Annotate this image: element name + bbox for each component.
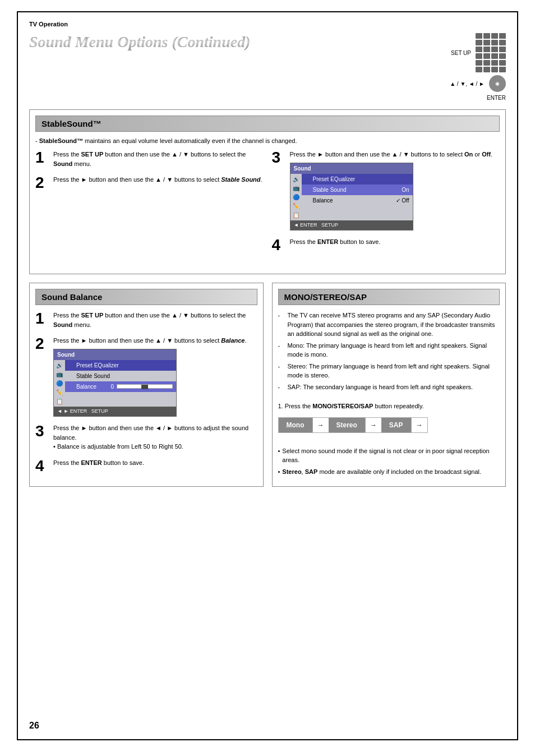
bottom-sections: Sound Balance 1 Press the SET UP button … [29, 283, 506, 495]
balance-step2-text: Press the ► button and then use the ▲ / … [53, 336, 247, 417]
balance-menu-screenshot: Sound 🔊 📺 🔵 ✏️ 📋 Preset [53, 349, 177, 417]
stable-menu-item2: Stable SoundOn [302, 185, 413, 195]
balance-menu-title: Sound [54, 349, 176, 360]
stable-menu-icons: 🔊 📺 🔵 ✏️ 📋 [290, 174, 302, 220]
stable-menu-layout: 🔊 📺 🔵 ✏️ 📋 Preset EQualizer [290, 174, 413, 220]
step2-num: 2 [35, 175, 48, 191]
nav-row: ▲ / ▼, ◄ / ► ◉ [450, 75, 506, 92]
stable-menu-item5 [302, 208, 413, 210]
arrow2: → [366, 418, 381, 432]
balance-step4-num: 4 [35, 458, 48, 474]
bicon3: 🔵 [54, 379, 65, 388]
stable-menu-bottom: ◄ ENTER SETUP [290, 220, 413, 231]
mode-stereo: Stereo [329, 418, 366, 432]
step3-num: 3 [272, 150, 284, 165]
icon2: 📺 [290, 184, 302, 192]
mss-mode-diagram: Mono → Stereo → SAP → [278, 417, 428, 433]
stable-sound-right: 3 Press the ► button and then use the ▲ … [272, 150, 500, 260]
balance-menu-layout: 🔊 📺 🔵 ✏️ 📋 Preset EQualizer [54, 360, 176, 407]
balance-menu-item3: Balance 0 [65, 381, 176, 392]
stable-menu-item3: Balance✓ Off [302, 195, 413, 206]
mode-mono: Mono [279, 418, 313, 432]
stable-sound-header: StableSound™ [35, 116, 500, 132]
balance-step4-text: Press the ENTER button to save. [53, 458, 144, 468]
step1-num: 1 [35, 150, 48, 165]
bicon5: 📋 [54, 397, 65, 405]
mss-instruction: 1. Press the MONO/STEREO/SAP button repe… [278, 402, 500, 412]
step1-text: Press the SET UP button and then use the… [53, 150, 264, 168]
setup-button-grid [476, 33, 506, 72]
stable-menu-title: Sound [290, 163, 413, 174]
stable-sound-steps: 1 Press the SET UP button and then use t… [35, 150, 500, 260]
setup-row: SET UP [451, 33, 506, 72]
step4-num: 4 [272, 237, 284, 253]
page-number: 26 [29, 721, 39, 731]
step4-text: Press the ENTER button to save. [290, 237, 381, 247]
mss-bullet3: - Stereo: The primary language is heard … [278, 362, 500, 380]
mss-bullet1: - The TV can receive MTS stereo programs… [278, 311, 500, 339]
icon3: 🔵 [290, 193, 302, 201]
icon5: 📋 [290, 211, 302, 219]
balance-menu-icons: 🔊 📺 🔵 ✏️ 📋 [54, 360, 65, 407]
enter-row: ENTER [487, 95, 506, 101]
nav-label: ▲ / ▼, ◄ / ► [450, 81, 485, 87]
stable-step2: 2 Press the ► button and then use the ▲ … [35, 175, 264, 191]
mono-stereo-header: MONO/STEREO/SAP [278, 289, 500, 305]
balance-menu-item1: Preset EQualizer [65, 360, 176, 371]
title-section: Sound Menu Options (Continued) SET UP ▲ … [29, 33, 506, 101]
stable-menu-content: Preset EQualizer Stable SoundOn Balance✓… [302, 174, 413, 220]
balance-step3: 3 Press the ► button and then use the ◄ … [35, 423, 257, 451]
page-title: Sound Menu Options (Continued) [29, 33, 250, 51]
balance-indicator [141, 385, 148, 389]
stable-menu-screenshot: Sound 🔊 📺 🔵 ✏️ 📋 [290, 163, 413, 231]
balance-step2-num: 2 [35, 336, 48, 352]
stable-step1: 1 Press the SET UP button and then use t… [35, 150, 264, 168]
bicon4: ✏️ [54, 388, 65, 397]
stable-menu-item1: Preset EQualizer [302, 174, 413, 185]
balance-menu-item2: Stable Sound [65, 371, 176, 381]
arrow3: → [412, 418, 427, 432]
balance-menu-bottom: ◄ ► ENTER SETUP [54, 407, 176, 417]
setup-label: SET UP [451, 50, 471, 56]
stable-step4: 4 Press the ENTER button to save. [272, 237, 500, 253]
enter-label: ENTER [487, 95, 506, 101]
mono-stereo-section: MONO/STEREO/SAP - The TV can receive MTS… [272, 283, 506, 487]
mss-note2: •Stereo, SAP mode are available only if … [278, 467, 500, 477]
remote-diagram: SET UP ▲ / ▼, ◄ / ► ◉ ENTER [450, 33, 506, 101]
bicon2: 📺 [54, 370, 65, 379]
balance-step3-num: 3 [35, 423, 48, 439]
step2-text: Press the ► button and then use the ▲ / … [53, 175, 262, 185]
balance-track [117, 384, 173, 389]
balance-step2: 2 Press the ► button and then use the ▲ … [35, 336, 257, 417]
nav-button: ◉ [489, 75, 506, 92]
step3-text: Press the ► button and then use the ▲ / … [290, 150, 493, 231]
mode-sap: SAP [381, 418, 412, 432]
balance-menu-content: Preset EQualizer Stable Sound Balance 0 [65, 360, 176, 407]
balance-step1-num: 1 [35, 311, 48, 326]
icon4: ✏️ [290, 202, 302, 210]
balance-menu-item5 [65, 394, 176, 397]
icon1: 🔊 [290, 175, 302, 183]
mss-bullet2: - Mono: The primary language is heard fr… [278, 341, 500, 359]
stable-sound-section: StableSound™ - StableSound™ maintains an… [29, 109, 506, 274]
balance-step3-text: Press the ► button and then use the ◄ / … [53, 423, 257, 451]
balance-step1-text: Press the SET UP button and then use the… [53, 311, 257, 329]
arrow1: → [313, 418, 329, 432]
mss-bullet4: - SAP: The secondary language is heard f… [278, 382, 500, 392]
balance-step1: 1 Press the SET UP button and then use t… [35, 311, 257, 329]
sound-balance-section: Sound Balance 1 Press the SET UP button … [29, 283, 264, 487]
stable-sound-left: 1 Press the SET UP button and then use t… [35, 150, 264, 260]
page-container: TV Operation Sound Menu Options (Continu… [17, 11, 518, 740]
mss-note1: •Select mono sound mode if the signal is… [278, 446, 500, 465]
stable-sound-note: - StableSound™ maintains an equal volume… [35, 137, 500, 144]
sound-balance-header: Sound Balance [35, 289, 257, 305]
balance-step4: 4 Press the ENTER button to save. [35, 458, 257, 474]
stable-step3: 3 Press the ► button and then use the ▲ … [272, 150, 500, 231]
breadcrumb: TV Operation [29, 21, 506, 27]
bicon1: 🔊 [54, 361, 65, 370]
